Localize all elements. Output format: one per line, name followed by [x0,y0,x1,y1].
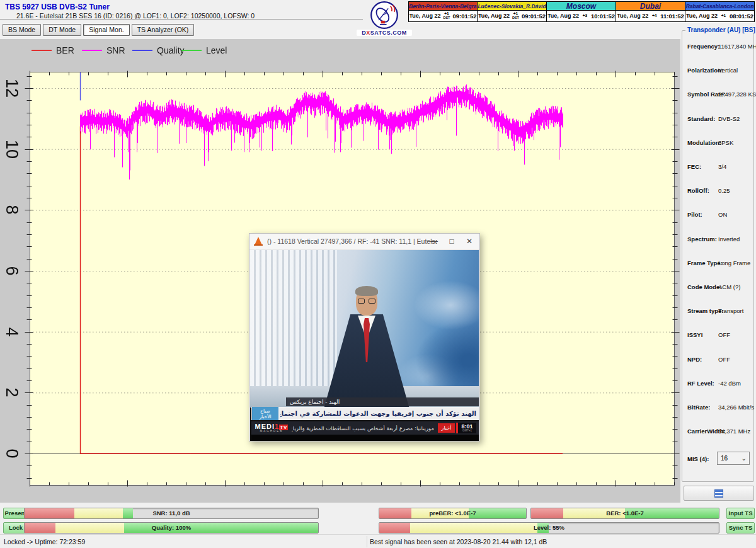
clock-rabat-casablanca-london: Rabat-Casablanca-LondonTue, Aug 22+108:0… [685,1,755,22]
vlc-video-window[interactable]: () - 11618 Vertical 27497,366 / RF: -41 … [249,233,480,442]
world-clocks: Berlin-Paris-Vienna-BelgradeTue, Aug 22+… [408,1,755,22]
clock-time-value: 08:01:52 [730,13,753,20]
dxsatcs-logo: DXSATCS.COM [357,1,412,37]
headline-bar: صباحالأخبار الهند تؤكد أن جنوب إفريقيا و… [251,407,479,420]
transponder-panel-title: Transponder (AU) [BS] [685,26,756,33]
clock-time-row: Tue, Aug 22+108:01:52 [685,11,754,21]
field-value: Long Frame [718,260,750,266]
field-label: Frequency: [687,43,719,50]
legend-label: SNR [106,45,125,55]
field-label: Code Mode: [687,283,721,290]
clock-date: Tue, Aug 22 [409,13,440,19]
medi1tv-logo: MEDI1TV MAGHREB [251,423,292,433]
clock-city-label: Berlin-Paris-Vienna-Belgrade [409,2,477,11]
tab-dt-mode[interactable]: DT Mode [43,24,81,36]
minimize-icon[interactable]: — [429,237,439,246]
close-icon[interactable]: ✕ [464,237,474,246]
field-label: Spectrum: [687,236,717,243]
field-rf-level: RF Level:-42 dBm [682,380,753,389]
news-studio-image [250,250,479,408]
ts-details-button[interactable] [684,486,754,501]
snr-line-sample [82,50,102,51]
field-npd: NPD:OFF [682,356,753,365]
field-label: RF Level: [687,380,714,387]
legend-label: Quality [157,45,185,55]
clock-time-value: 10:01:52 [591,13,615,20]
tab-ts-analyzer-ok[interactable]: TS Analyzer (OK) [132,24,195,36]
clock-time-value: 09:01:52 [452,13,476,20]
field-value: Vertical [718,67,738,74]
status-bar: Locked -> Uptime: 72:23:59 Best signal h… [0,534,756,548]
field-value: ON [718,211,727,218]
bar-value-label: SNR: 11,0 dB [25,508,318,518]
clock-moscow: MoscowTue, Aug 22+310:01:52 [547,1,616,22]
field-issyi: ISSYIOFF [682,331,753,340]
clock-time-row: Tue, Aug 22+411:01:52 [616,11,685,21]
clock-dubai: DubaiTue, Aug 22+411:01:52 [616,1,685,22]
clock-date: Tue, Aug 22 [617,13,648,19]
clock-utc-offset: +1DST [442,12,450,20]
preber-bar: preBER: <1.0E-7 [379,508,527,519]
legend-snr: SNR [82,45,125,56]
y-axis-label: 10 [1,139,23,160]
ber-bar: BER: <1.0E-7 [530,508,719,519]
field-value: 8PSK [718,139,733,146]
news-badge: أخبار [438,423,455,433]
mis-dropdown[interactable]: 16 ⌄ [717,452,750,465]
field-label: Frame Type: [687,260,723,266]
clock-city-label: Dubai [616,2,685,11]
field-value: 34,371 MHz [718,428,750,435]
clock-lu-enec-slovakia-r-d-vid: Lučenec-Slovakia_R.DávidTue, Aug 22+1DST… [478,1,547,22]
field-stream-type: Stream type:Transport [682,307,753,316]
satellite-dish-icon [357,1,412,30]
best-signal-status: Best signal has been seen at 2023-08-20 … [370,538,547,545]
clock-time-row: Tue, Aug 22+310:01:52 [547,11,616,21]
field-polarization: Polarization:Vertical [682,67,753,76]
vlc-titlebar[interactable]: () - 11618 Vertical 27497,366 / RF: -41 … [249,234,479,250]
field-fec: FEC:3/4 [682,163,753,172]
field-standard: Standard:DVB-S2 [682,115,753,124]
ber-line-sample [32,50,52,51]
clock-utc-offset: +4 [650,14,658,18]
y-axis-label: 12 [1,77,23,99]
tab-bs-mode[interactable]: BS Mode [3,24,41,36]
field-value: -42 dBm [718,380,741,387]
vlc-cone-icon [255,237,262,245]
ticker-bar: MEDI1TV MAGHREB موريتانيا: مصرع أربعة أش… [251,421,479,435]
quality-line-sample [132,50,152,51]
field-label: NPD: [687,356,702,363]
snr-bar: SNR: 11,0 dB [24,508,319,519]
logo-text: DXSATCS.COM [357,30,412,36]
field-value: 34,266 Mbit/s [718,404,754,411]
clock-time-value: 09:01:52 [522,13,546,20]
sync-ts-indicator: Sync TS [726,522,755,534]
bar-value-label: Quality: 100% [25,523,318,533]
clock-city-label: Lučenec-Slovakia_R.Dávid [478,2,546,11]
field-label: ISSYI [687,331,702,338]
program-badge: صباحالأخبار [252,407,278,420]
bar-value-label: preBER: <1.0E-7 [379,508,526,518]
tab-signal-mon[interactable]: Signal Mon. [83,24,129,36]
y-axis-label: 4 [1,321,23,343]
field-label: Modulation: [687,139,721,146]
headline-text: الهند تؤكد أن جنوب إفريقيا وجهت الدعوات … [280,407,476,420]
field-value: DVB-S2 [718,115,740,122]
lock-uptime-status: Locked -> Uptime: 72:23:59 [4,538,85,545]
maximize-icon[interactable]: □ [447,237,457,246]
field-label: Pilot: [687,211,702,218]
glasses-icon [358,299,375,304]
studio-blinds [250,250,337,408]
field-symbol-rate: Symbol Rate:27497,328 KS/s [682,91,753,100]
clock-city-label: Moscow [547,2,616,11]
chevron-down-icon: ⌄ [742,452,747,464]
video-content[interactable]: الهند - اجتماع بريكس صباحالأخبار الهند ت… [250,250,479,441]
field-value: OFF [718,331,730,338]
y-axis-label: 0 [1,443,23,464]
clock-date: Tue, Aug 22 [547,13,579,19]
field-value: 11617,840 MHz [718,43,756,50]
clock-time-row: Tue, Aug 22+1DST09:01:52 [409,11,477,21]
field-modulation: Modulation:8PSK [682,139,753,148]
letterbox [251,435,479,441]
field-value: 0.25 [718,187,730,194]
clock-time-row: Tue, Aug 22+1DST09:01:52 [478,11,546,21]
